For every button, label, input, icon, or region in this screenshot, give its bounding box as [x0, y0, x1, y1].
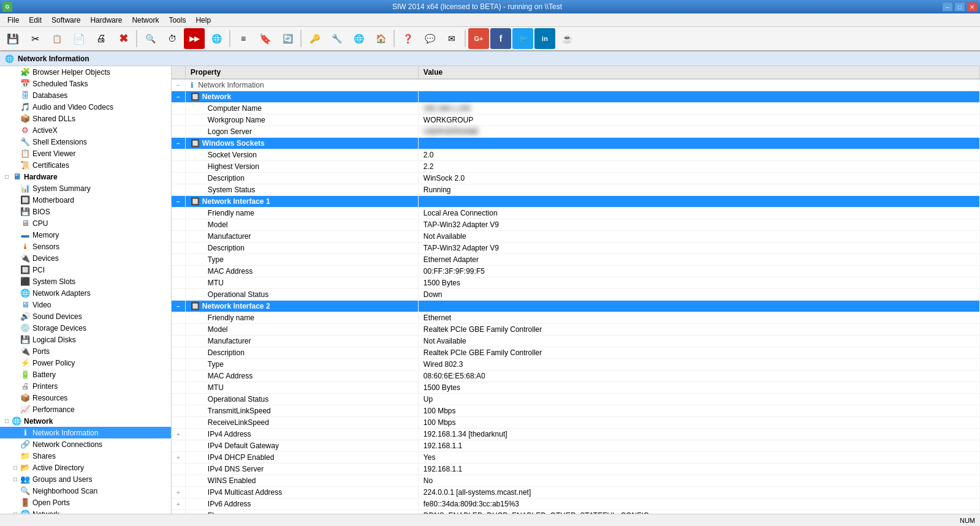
col-property-header: Property [185, 66, 418, 79]
table-row: Description Realtek PCIe GBE Family Cont… [172, 347, 980, 359]
home-button[interactable]: 🏠 [370, 28, 391, 49]
main-area: 🧩 Browser Helper Objects 📅 Scheduled Tas… [0, 66, 980, 514]
sidebar-item-neighborhood-scan[interactable]: 🔍 Neighborhood Scan [0, 485, 171, 497]
table-row: Operational Status Up [172, 394, 980, 405]
minimize-button[interactable]: – [942, 2, 953, 12]
menu-help[interactable]: Help [191, 15, 216, 26]
sidebar-item-shares[interactable]: 📁 Shares [0, 450, 171, 462]
col-expand [172, 66, 185, 79]
table-row: Model Realtek PCIe GBE Family Controller [172, 324, 980, 336]
titlebar: G SIW 2014 x64 (licensed to BETA) - runn… [0, 0, 980, 13]
sidebar-item-shell-ext[interactable]: 🔧 Shell Extensions [0, 136, 171, 148]
table-row: IPv4 DNS Server 192.168.1.1 [172, 464, 980, 475]
table-row: Description WinSock 2.0 [172, 173, 980, 184]
copy-button[interactable]: 📋 [47, 28, 67, 49]
table-row: WINS Enabled No [172, 475, 980, 487]
table-row: MTU 1500 Bytes [172, 382, 980, 394]
list-button[interactable]: ≡ [233, 28, 254, 49]
sidebar-item-cpu[interactable]: 🖥 CPU [0, 217, 171, 229]
table-row: Manufacturer Not Available [172, 336, 980, 347]
sidebar-item-printers[interactable]: 🖨 Printers [0, 380, 171, 392]
save-button[interactable]: 💾 [2, 28, 23, 49]
tools-button[interactable]: 🔧 [326, 28, 347, 49]
sidebar-item-battery[interactable]: 🔋 Battery [0, 369, 171, 380]
sidebar-item-ports[interactable]: 🔌 Ports [0, 345, 171, 357]
chat-button[interactable]: 💬 [419, 28, 440, 49]
menubar: File Edit Software Hardware Network Tool… [0, 13, 980, 27]
print-button[interactable]: 🖨 [91, 28, 112, 49]
sidebar-item-groups-users[interactable]: □ 👥 Groups and Users [0, 473, 171, 485]
sidebar-item-bios[interactable]: 💾 BIOS [0, 206, 171, 217]
search-button[interactable]: 🔍 [140, 28, 161, 49]
linkedin-button[interactable]: in [534, 28, 555, 49]
help-button[interactable]: ❓ [397, 28, 418, 49]
coffee-button[interactable]: ☕ [556, 28, 577, 49]
menu-edit[interactable]: Edit [24, 15, 47, 26]
monitor-button[interactable]: ▶▶ [184, 28, 205, 49]
maximize-button[interactable]: □ [954, 2, 965, 12]
sidebar-item-system-summary[interactable]: 📊 System Summary [0, 182, 171, 194]
menu-hardware[interactable]: Hardware [85, 15, 127, 26]
stop-button[interactable]: ✖ [113, 28, 134, 49]
table-row: Operational Status Down [172, 289, 980, 301]
sidebar-item-open-ports[interactable]: 🚪 Open Ports [0, 497, 171, 508]
sidebar-item-browser-helper[interactable]: 🧩 Browser Helper Objects [0, 66, 171, 78]
sidebar-item-scheduled-tasks[interactable]: 📅 Scheduled Tasks [0, 78, 171, 89]
sidebar-item-motherboard[interactable]: 🔲 Motherboard [0, 194, 171, 206]
email-button[interactable]: ✉ [441, 28, 462, 49]
cut-button[interactable]: ✂ [25, 28, 45, 49]
sidebar-item-network-info[interactable]: ℹ Network Information [0, 427, 171, 438]
sidebar-item-network-connections[interactable]: 🔗 Network Connections [0, 438, 171, 450]
table-row: − ℹ Network Information [172, 79, 980, 91]
sidebar-item-databases[interactable]: 🗄 Databases [0, 89, 171, 101]
menu-network[interactable]: Network [127, 15, 164, 26]
sidebar-item-certificates[interactable]: 📜 Certificates [0, 159, 171, 171]
sidebar-item-devices[interactable]: 🔌 Devices [0, 252, 171, 264]
sidebar-item-sound-devices[interactable]: 🔊 Sound Devices [0, 310, 171, 322]
window-title: SIW 2014 x64 (licensed to BETA) - runnin… [12, 2, 942, 11]
paste-button[interactable]: 📄 [69, 28, 89, 49]
sidebar-item-event-viewer[interactable]: 📋 Event Viewer [0, 148, 171, 159]
table-row: MAC Address 08:60:6E:E5:68:A0 [172, 370, 980, 382]
gplus-button[interactable]: G+ [468, 28, 489, 49]
update-button[interactable]: 🌐 [348, 28, 369, 49]
refresh-button[interactable]: 🔄 [277, 28, 298, 49]
table-row: + IPv4 DHCP Enabled Yes [172, 452, 980, 464]
sidebar-item-network-adapters[interactable]: 🌐 Network Adapters [0, 287, 171, 299]
section-header: 🌐 Network Information [0, 51, 980, 66]
menu-file[interactable]: File [2, 15, 24, 26]
speedtest-button[interactable]: ⏱ [162, 28, 183, 49]
sidebar-item-resources[interactable]: 📦 Resources [0, 392, 171, 404]
twitter-button[interactable]: 🐦 [512, 28, 533, 49]
sidebar-item-performance[interactable]: 📈 Performance [0, 404, 171, 415]
table-row: Logon Server \\SERVERNAME [172, 126, 980, 138]
close-button[interactable]: ✕ [967, 2, 978, 12]
facebook-button[interactable]: f [490, 28, 511, 49]
sidebar-item-shared-dlls[interactable]: 📦 Shared DLLs [0, 113, 171, 124]
sidebar-item-active-directory[interactable]: □ 📂 Active Directory [0, 462, 171, 473]
sidebar-item-network2[interactable]: □ 🌐 Network [0, 508, 171, 514]
sidebar-item-memory[interactable]: ▬ Memory [0, 229, 171, 241]
sidebar-item-logical-disks[interactable]: 💾 Logical Disks [0, 334, 171, 345]
sidebar-item-power-policy[interactable]: ⚡ Power Policy [0, 357, 171, 369]
table-row: Type Ethernet Adapter [172, 254, 980, 266]
table-row: Manufacturer Not Available [172, 231, 980, 242]
sidebar-item-storage-devices[interactable]: 💿 Storage Devices [0, 322, 171, 334]
network-button[interactable]: 🌐 [206, 28, 227, 49]
sidebar-item-hardware[interactable]: □ 🖥 Hardware [0, 171, 171, 182]
sidebar-item-pci[interactable]: 🔲 PCI [0, 264, 171, 276]
menu-tools[interactable]: Tools [164, 15, 191, 26]
sidebar-item-activex[interactable]: ⚙ ActiveX [0, 124, 171, 136]
table-row: TransmitLinkSpeed 100 Mbps [172, 405, 980, 417]
sidebar-item-sensors[interactable]: 🌡 Sensors [0, 241, 171, 252]
sidebar-item-network-group[interactable]: □ 🌐 Network [0, 415, 171, 427]
sidebar-item-video[interactable]: 🖥 Video [0, 299, 171, 310]
sidebar-item-system-slots[interactable]: ⬛ System Slots [0, 276, 171, 287]
table-row-iface1-header: − 🔲Network Interface 1 [172, 196, 980, 208]
sidebar-item-audio-video[interactable]: 🎵 Audio and Video Codecs [0, 101, 171, 113]
key-button[interactable]: 🔑 [304, 28, 325, 49]
sidebar: 🧩 Browser Helper Objects 📅 Scheduled Tas… [0, 66, 172, 514]
menu-software[interactable]: Software [47, 15, 85, 26]
window-controls: – □ ✕ [942, 2, 978, 12]
bookmark-button[interactable]: 🔖 [255, 28, 276, 49]
